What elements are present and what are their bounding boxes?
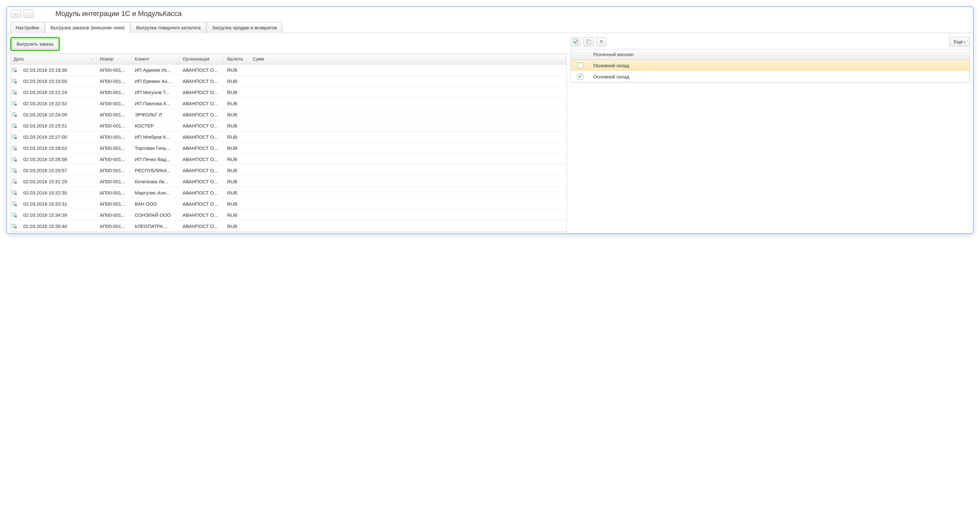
tab-1[interactable]: Выгрузка заказов (внешние чеки) <box>45 22 130 33</box>
cell-client: ИП Мгебров К... <box>132 134 179 140</box>
document-icon <box>11 168 20 173</box>
check-all-button[interactable] <box>571 37 581 46</box>
cell-currency: RUB <box>224 145 250 151</box>
col-check[interactable] <box>571 49 590 60</box>
cell-currency: RUB <box>224 179 250 184</box>
cell-currency: RUB <box>224 89 250 95</box>
cell-org: АВАНПОСТ О... <box>179 179 224 184</box>
document-icon <box>11 78 20 83</box>
tab-2[interactable]: Выгрузка товарного каталога <box>130 22 206 33</box>
cell-number: АП00-001... <box>97 89 132 95</box>
order-row[interactable]: 02.03.2018 15:19:50АП00-001...ИП Еремин … <box>11 76 566 87</box>
cell-number: АП00-001... <box>97 212 132 218</box>
cell-org: АВАНПОСТ О... <box>179 190 224 195</box>
col-client[interactable]: Клиент <box>132 54 179 64</box>
forward-button[interactable]: → <box>24 10 34 18</box>
cell-date: 02.03.2018 15:35:40 <box>20 223 97 229</box>
help-button[interactable]: ? <box>596 37 606 46</box>
cell-client: ИП Еремин Ан... <box>132 78 179 84</box>
order-row[interactable]: 02.03.2018 15:28:58АП00-001...ИП Печко В… <box>11 154 566 165</box>
cell-number: АП00-001... <box>97 201 132 207</box>
order-row[interactable]: 02.03.2018 15:34:39АП00-001...СОНЭЛАЙ ОО… <box>11 209 566 221</box>
order-row[interactable]: 02.03.2018 15:27:00АП00-001...ИП Мгебров… <box>11 131 566 142</box>
orders-toolbar: Выгрузить заказы <box>10 37 567 51</box>
window-title: Модуль интеграции 1С и МодульКасса <box>56 10 181 18</box>
tab-3[interactable]: Загрузка продаж и возвратов <box>207 22 282 33</box>
tab-0[interactable]: Настройки <box>10 22 45 33</box>
orders-table-body: 02.03.2018 15:18:30АП00-001...ИП Аджиев … <box>11 64 566 232</box>
cell-date: 02.03.2018 15:25:51 <box>20 123 97 129</box>
col-org[interactable]: Организация <box>179 54 224 64</box>
cell-currency: RUB <box>224 168 250 173</box>
order-row[interactable]: 02.03.2018 15:18:30АП00-001...ИП Аджиев … <box>11 64 566 76</box>
col-number[interactable]: Номер <box>97 54 132 64</box>
cell-date: 02.03.2018 15:28:58 <box>20 156 97 162</box>
cell-client: ИП Аджиев Ис... <box>132 67 179 73</box>
cell-currency: RUB <box>224 123 250 129</box>
order-row[interactable]: 02.03.2018 15:21:24АП00-001...ИП Мигунов… <box>11 87 566 98</box>
stores-table-body: Основной склад✓Основной склад <box>571 60 969 82</box>
cell-number: АП00-001... <box>97 123 132 129</box>
col-store[interactable]: Розничный магазин <box>590 49 969 60</box>
cell-client: ВАН ООО <box>132 201 179 207</box>
cell-date: 02.03.2018 15:19:50 <box>20 78 97 84</box>
cell-date: 02.03.2018 15:33:31 <box>20 201 97 207</box>
checkmark-icon: ✓ <box>578 73 582 80</box>
tab-bar: НастройкиВыгрузка заказов (внешние чеки)… <box>7 22 973 33</box>
cell-number: АП00-001... <box>97 145 132 151</box>
export-orders-button[interactable]: Выгрузить заказы <box>13 39 58 49</box>
order-row[interactable]: 02.03.2018 15:24:09АП00-001...ЭРФОЛЬГ ЛА… <box>11 109 566 120</box>
cell-client: Кочеткова Ли... <box>132 179 179 184</box>
arrow-left-icon: ← <box>14 11 18 16</box>
cell-date: 02.03.2018 15:24:09 <box>20 112 97 117</box>
cell-org: АВАНПОСТ О... <box>179 67 224 73</box>
app-window: ← → Модуль интеграции 1С и МодульКасса Н… <box>6 6 974 234</box>
uncheck-all-button[interactable] <box>583 37 593 46</box>
cell-check[interactable]: ✓ <box>571 73 590 80</box>
order-row[interactable]: 02.03.2018 15:25:51АП00-001...КОСТЕРАВАН… <box>11 120 566 131</box>
document-icon <box>11 190 20 195</box>
document-icon <box>11 201 20 206</box>
svg-rect-62 <box>587 40 591 44</box>
checkbox[interactable]: ✓ <box>578 73 583 80</box>
order-row[interactable]: 02.03.2018 15:22:52АП00-001...ИП Павлова… <box>11 98 566 109</box>
cell-check[interactable] <box>571 62 590 68</box>
cell-client: КОСТЕР <box>132 123 179 129</box>
order-row[interactable]: 02.03.2018 15:35:40АП00-001...КЛЕОПАТРА … <box>11 221 566 232</box>
cell-client: ИП Мигунов Т... <box>132 89 179 95</box>
cell-date: 02.03.2018 15:32:30 <box>20 190 97 195</box>
cell-currency: RUB <box>224 101 250 106</box>
document-icon <box>11 212 20 217</box>
cell-org: АВАНПОСТ О... <box>179 78 224 84</box>
store-row[interactable]: ✓Основной склад <box>571 71 969 82</box>
cell-currency: RUB <box>224 190 250 195</box>
sort-asc-icon: ↓ <box>91 57 93 61</box>
stores-panel: ? Еще Розничный магазин Основной склад✓О… <box>571 37 970 232</box>
order-row[interactable]: 02.03.2018 15:28:02АП00-001...Торговая Г… <box>11 142 566 154</box>
back-button[interactable]: ← <box>11 10 21 18</box>
cell-date: 02.03.2018 15:34:39 <box>20 212 97 218</box>
cell-number: АП00-001... <box>97 112 132 117</box>
order-row[interactable]: 02.03.2018 15:32:30АП00-001...Маргулис А… <box>11 187 566 198</box>
stores-table-header: Розничный магазин <box>571 49 969 60</box>
order-row[interactable]: 02.03.2018 15:31:29АП00-001...Кочеткова … <box>11 176 566 187</box>
col-currency[interactable]: Валюта <box>224 54 250 64</box>
store-row[interactable]: Основной склад <box>571 60 969 71</box>
cell-date: 02.03.2018 15:22:52 <box>20 101 97 106</box>
cell-currency: RUB <box>224 212 250 218</box>
more-button[interactable]: Еще <box>950 37 970 46</box>
cell-client: КЛЕОПАТРА ... <box>132 223 179 229</box>
orders-table-header: Дата ↓ Номер Клиент Организация Валюта С… <box>11 54 566 64</box>
col-date[interactable]: Дата ↓ <box>11 54 97 64</box>
checkbox[interactable] <box>578 62 583 68</box>
cell-number: АП00-001... <box>97 101 132 106</box>
order-row[interactable]: 02.03.2018 15:33:31АП00-001...ВАН ОООАВА… <box>11 198 566 209</box>
cell-currency: RUB <box>224 134 250 140</box>
document-icon <box>11 123 20 128</box>
col-sum[interactable]: Сумм <box>250 54 566 64</box>
cell-org: АВАНПОСТ О... <box>179 89 224 95</box>
arrow-right-icon: → <box>27 11 30 16</box>
check-all-icon <box>573 39 578 45</box>
cell-number: АП00-001... <box>97 168 132 173</box>
order-row[interactable]: 02.03.2018 15:29:57АП00-001...РЕСПУБЛИКА… <box>11 165 566 176</box>
